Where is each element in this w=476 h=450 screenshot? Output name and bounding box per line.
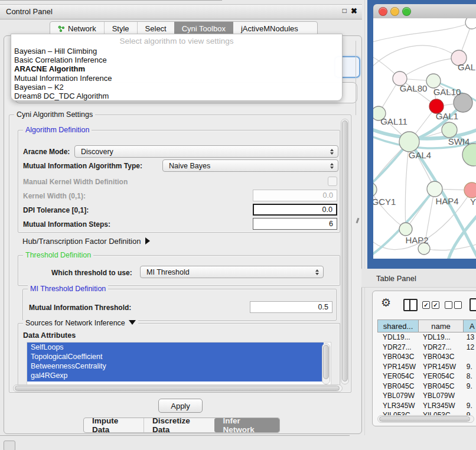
settings-horizontal-scrollbar[interactable] bbox=[13, 384, 343, 392]
mi-threshold-field[interactable]: 0.5 bbox=[250, 301, 332, 313]
corner-gripper[interactable] bbox=[4, 441, 15, 450]
algorithm-placeholder: Select algorithm to view settings bbox=[11, 37, 342, 45]
table-cell: YER054C bbox=[418, 372, 461, 380]
mi-threshold-legend: MI Threshold Definition bbox=[28, 285, 108, 293]
column-header-name[interactable]: name bbox=[419, 319, 464, 332]
deselect-all-icon[interactable] bbox=[445, 301, 452, 309]
algorithm-option[interactable]: Basic Correlation Inference bbox=[14, 56, 339, 64]
table-cell: 13 bbox=[461, 333, 476, 341]
deselect-all-icon2[interactable] bbox=[454, 301, 462, 309]
collapse-down-icon bbox=[129, 320, 136, 325]
aracne-mode-combo[interactable]: Discovery bbox=[74, 145, 338, 158]
select-all-icon2[interactable]: ✓ bbox=[432, 301, 439, 309]
network-canvas[interactable]: GALGAL80GAL10GAL1GAL11SWI4GAL4GCY1HAP4YH… bbox=[373, 18, 476, 259]
zoom-traffic-light[interactable] bbox=[402, 7, 411, 16]
data-attributes-label: Data Attributes bbox=[23, 331, 76, 340]
close-icon[interactable]: ✖ bbox=[351, 6, 357, 15]
expand-right-icon bbox=[145, 237, 150, 244]
algorithm-option[interactable]: Mutual Information Inference bbox=[14, 74, 339, 83]
close-traffic-light[interactable] bbox=[379, 7, 387, 16]
algorithm-option[interactable]: Bayesian – Hill Climbing bbox=[14, 47, 339, 56]
node-label: GAL80 bbox=[400, 83, 428, 93]
network-node[interactable] bbox=[465, 18, 476, 29]
mi-steps-field[interactable]: 6 bbox=[253, 218, 337, 230]
table-cell: YLR345W bbox=[377, 402, 418, 410]
column-layout-icon[interactable] bbox=[403, 299, 418, 311]
list-item[interactable]: TopologicalCoefficient bbox=[27, 352, 324, 361]
network-node[interactable] bbox=[373, 182, 377, 197]
table-row[interactable]: YDL19...YDL19...13 bbox=[377, 332, 476, 343]
cyni-algorithm-settings-group: Cyni Algorithm Settings Algorithm Defini… bbox=[9, 115, 351, 393]
node-label: HAP4 bbox=[435, 196, 458, 206]
kernel-width-field[interactable]: 0.0 bbox=[253, 190, 337, 201]
spinner-arrows-icon bbox=[330, 163, 334, 169]
list-item[interactable]: gal4RGexp bbox=[27, 371, 324, 380]
spinner-arrows-icon bbox=[315, 269, 319, 275]
sources-legend: Sources for Network Inference bbox=[23, 319, 138, 327]
table-cell: YBR043C bbox=[377, 353, 418, 361]
manual-kernel-checkbox[interactable] bbox=[328, 177, 337, 186]
list-item[interactable]: BetweennessCentrality bbox=[27, 361, 324, 371]
list-item[interactable]: SelfLoops bbox=[27, 343, 324, 352]
node-label: GCY1 bbox=[373, 197, 396, 207]
table-cell: YER054C bbox=[377, 372, 418, 380]
column-header-shared-name[interactable]: shared... bbox=[377, 319, 419, 332]
algorithm-option[interactable]: Dream8 DC_TDC Algorithm bbox=[14, 92, 339, 100]
algorithm-dropdown-popup: Select algorithm to view settings Bayesi… bbox=[11, 34, 343, 101]
table-horizontal-scrollbar[interactable] bbox=[377, 415, 474, 423]
list-selection: SelfLoops TopologicalCoefficient Between… bbox=[27, 343, 324, 381]
control-panel-header: Control Panel □ ✖ bbox=[0, 4, 362, 19]
aracne-mode-label: Aracne Mode: bbox=[23, 148, 70, 156]
table-row[interactable]: YBR045CYBR045C9. bbox=[377, 381, 476, 392]
settings-vertical-scrollbar[interactable] bbox=[341, 119, 349, 384]
mi-type-value: Naive Bayes bbox=[169, 162, 210, 170]
apply-button[interactable]: Apply bbox=[158, 399, 203, 413]
column-header-cut[interactable]: A bbox=[464, 319, 476, 332]
aracne-mode-value: Discovery bbox=[81, 148, 113, 156]
tab-infer-network[interactable]: Infer Network bbox=[214, 418, 279, 432]
spinner-arrows-icon bbox=[330, 149, 334, 155]
hub-definition-expander[interactable]: Hub/Transcription Factor Definition bbox=[22, 237, 150, 246]
function-builder-icon[interactable] bbox=[470, 298, 476, 311]
background-border-fragment bbox=[356, 41, 356, 115]
select-all-icon[interactable]: ✓ bbox=[422, 301, 430, 309]
table-cell: 9. bbox=[461, 402, 476, 410]
minimize-traffic-light[interactable] bbox=[390, 7, 399, 16]
algorithm-option-selected[interactable]: ARACNE Algorithm bbox=[14, 64, 339, 73]
data-attributes-list: SelfLoops TopologicalCoefficient Between… bbox=[27, 342, 331, 386]
network-node[interactable] bbox=[427, 181, 442, 197]
mi-type-combo[interactable]: Naive Bayes bbox=[162, 159, 338, 172]
settings-gear-icon[interactable]: ⚙ bbox=[381, 297, 391, 308]
screen: Control Panel □ ✖ Network Style Select C… bbox=[0, 0, 476, 450]
table-window: ⚙ ✓ ✓ shared... name A YDL19...YDL19...1… bbox=[372, 291, 476, 426]
table-row[interactable]: YBL079WYBL079W bbox=[377, 391, 476, 401]
table-row[interactable]: YDR27...YDR27...12 bbox=[377, 343, 476, 353]
table-cell: 9. bbox=[461, 363, 476, 371]
dpi-tolerance-field[interactable]: 0.0 bbox=[253, 204, 337, 216]
node-label: Y bbox=[470, 197, 476, 207]
network-node[interactable] bbox=[399, 223, 412, 236]
network-node[interactable] bbox=[399, 132, 419, 152]
list-scrollbar[interactable] bbox=[322, 343, 330, 384]
network-node[interactable] bbox=[462, 144, 476, 166]
panel-divider[interactable] bbox=[364, 0, 365, 435]
table-row[interactable]: YPR145WYPR145W9. bbox=[377, 362, 476, 372]
network-node[interactable] bbox=[464, 182, 476, 198]
tab-discretize-data[interactable]: Discretize Data bbox=[144, 418, 214, 432]
which-threshold-combo[interactable]: MI Threshold bbox=[140, 266, 324, 278]
network-node[interactable] bbox=[442, 122, 457, 138]
table-cell: 12 bbox=[461, 343, 476, 351]
table-cell: 9. bbox=[461, 382, 476, 390]
table-header-row: shared... name A bbox=[377, 319, 476, 332]
network-window-titlebar[interactable] bbox=[373, 4, 476, 19]
algorithm-options: Bayesian – Hill Climbing Basic Correlati… bbox=[14, 47, 339, 100]
table-row[interactable]: YER054CYER054C8. bbox=[377, 371, 476, 381]
tab-impute-data[interactable]: Impute Data bbox=[84, 418, 144, 432]
algorithm-option[interactable]: Bayesian – K2 bbox=[14, 83, 339, 92]
table-row[interactable]: YLR345WYLR345W9. bbox=[377, 401, 476, 411]
network-node[interactable] bbox=[426, 74, 441, 88]
table-row[interactable]: YBR043CYBR043C bbox=[377, 352, 476, 362]
table-cell: YDL19... bbox=[418, 333, 461, 341]
float-window-icon[interactable]: □ bbox=[343, 6, 347, 15]
node-label: GAL bbox=[458, 62, 475, 72]
